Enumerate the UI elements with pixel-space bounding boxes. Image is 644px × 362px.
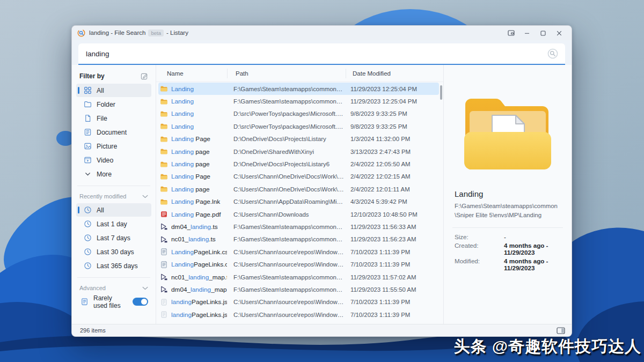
file-row[interactable]: dm04_landing.ts F:\Games\Steam\steamapps… bbox=[158, 220, 439, 233]
column-header-name[interactable]: Name bbox=[156, 70, 227, 77]
maximize-button[interactable] bbox=[535, 27, 551, 39]
beta-badge: beta bbox=[148, 29, 164, 36]
file-row[interactable] bbox=[158, 321, 439, 324]
file-row[interactable]: Landing Page D:\OneDrive\Docs\Projects\L… bbox=[158, 133, 439, 145]
row-pdf-icon bbox=[160, 210, 168, 218]
edit-filters-icon[interactable] bbox=[141, 72, 148, 80]
file-date-cell: 7/10/2023 1:11:39 PM bbox=[344, 312, 439, 318]
file-name-cell: nc01_landing_map.ts bbox=[158, 273, 227, 281]
sidebar-item-last-365-days[interactable]: Last 365 days bbox=[76, 259, 151, 272]
sidebar-divider bbox=[77, 186, 150, 186]
row-code-icon bbox=[160, 323, 168, 324]
sidebar-item-more[interactable]: More bbox=[76, 167, 151, 181]
title-bar[interactable]: landing - File Search beta - Listary bbox=[72, 26, 572, 40]
file-name-cell: Landing Page.pdf bbox=[158, 210, 227, 218]
video-icon bbox=[84, 156, 92, 164]
file-date-cell: 2/4/2022 12:05:50 AM bbox=[344, 161, 439, 167]
sidebar-item-file[interactable]: File bbox=[76, 112, 151, 125]
file-date-cell: 9/8/2023 9:33:25 PM bbox=[344, 123, 439, 130]
recently-modified-list: All Last 1 day Last 7 days Last 30 days … bbox=[75, 203, 152, 272]
vertical-scrollbar[interactable] bbox=[440, 85, 442, 100]
search-input[interactable] bbox=[85, 49, 547, 58]
preview-path: F:\Games\Steam\steamapps\common\Sniper E… bbox=[444, 202, 572, 220]
document-icon bbox=[84, 128, 92, 136]
file-path-cell: C:\Users\Chann\AppData\Roaming\Microsoft… bbox=[227, 198, 344, 205]
list-header[interactable]: Name Path Date Modified bbox=[156, 65, 443, 82]
column-header-path[interactable]: Path bbox=[227, 69, 346, 78]
file-row[interactable]: Landing F:\Games\Steam\steamapps\common\… bbox=[158, 83, 439, 95]
watermark-text: 头条 @奇趣软件技巧达人 bbox=[453, 336, 641, 358]
sidebar-item-last-7-days[interactable]: Last 7 days bbox=[76, 231, 151, 245]
file-date-cell: 11/29/2023 12:25:04 PM bbox=[344, 98, 439, 105]
file-name-cell: Landing Page.lnk bbox=[158, 198, 227, 206]
preview-divider bbox=[452, 227, 563, 228]
clock-icon bbox=[84, 206, 92, 214]
file-name-cell: Landing Page bbox=[158, 135, 227, 143]
row-folder-icon bbox=[160, 185, 168, 193]
file-row[interactable]: landingPageLinks.json C:\Users\Chann\sou… bbox=[158, 296, 439, 308]
file-path-cell: F:\Games\Steam\steamapps\common\Sniper E… bbox=[227, 98, 344, 105]
created-label: Created: bbox=[455, 242, 504, 256]
search-bar-area bbox=[72, 40, 572, 65]
file-row[interactable]: nc01_landing_map.ts F:\Games\Steam\steam… bbox=[158, 271, 439, 283]
filter-type-list: All Folder File Document Picture Video M… bbox=[75, 84, 152, 181]
row-media-icon bbox=[160, 273, 168, 281]
file-path-cell: C:\Users\Chann\source\repos\WindowsCommu… bbox=[227, 312, 344, 318]
file-icon bbox=[84, 114, 92, 122]
file-row[interactable]: LandingPageLinks.cs C:\Users\Chann\sourc… bbox=[158, 258, 439, 270]
size-value: - bbox=[504, 233, 566, 240]
sidebar-item-video[interactable]: Video bbox=[76, 153, 151, 167]
sidebar-item-last-1-day[interactable]: Last 1 day bbox=[76, 217, 151, 231]
preview-panel-toggle-icon[interactable] bbox=[557, 327, 565, 334]
search-options-icon[interactable] bbox=[547, 48, 559, 60]
file-path-cell: C:\Users\Chann\Downloads bbox=[227, 211, 344, 218]
created-value: 4 months ago - 11/29/2023 bbox=[504, 242, 566, 256]
sidebar-divider bbox=[77, 277, 150, 278]
file-path-cell: F:\Games\Steam\steamapps\common\Sniper E… bbox=[227, 236, 344, 242]
row-folder-icon bbox=[160, 147, 168, 156]
sidebar-item-all[interactable]: All bbox=[76, 203, 151, 217]
sidebar-item-folder[interactable]: Folder bbox=[76, 98, 151, 111]
file-date-cell: 11/29/2023 11:55:50 AM bbox=[344, 286, 439, 293]
file-date-cell: 7/10/2023 1:11:39 PM bbox=[344, 249, 439, 255]
search-box[interactable] bbox=[78, 43, 565, 65]
sidebar-item-document[interactable]: Document bbox=[76, 125, 151, 139]
file-row[interactable]: Landing F:\Games\Steam\steamapps\common\… bbox=[158, 95, 439, 107]
items-count: 296 items bbox=[80, 327, 106, 334]
sidebar-item-picture[interactable]: Picture bbox=[76, 139, 151, 153]
file-date-cell: 3/13/2023 2:47:43 PM bbox=[344, 149, 439, 155]
file-row[interactable]: Landing D:\src\PowerToys\packages\Micros… bbox=[158, 120, 439, 132]
file-row[interactable]: Landing Page.lnk C:\Users\Chann\AppData\… bbox=[158, 196, 439, 208]
grid-icon bbox=[84, 86, 92, 94]
row-folder-icon bbox=[160, 173, 168, 181]
file-name-cell: LandingPageLink.cs bbox=[158, 248, 227, 256]
file-name-cell: Landing page bbox=[158, 185, 227, 193]
file-row[interactable]: dm04_landing_map.ts F:\Games\Steam\steam… bbox=[158, 283, 439, 295]
chevron-down-icon[interactable] bbox=[142, 286, 148, 290]
row-media-icon bbox=[160, 235, 168, 243]
close-button[interactable] bbox=[551, 27, 567, 39]
row-folder-icon bbox=[160, 122, 168, 130]
file-row[interactable]: Landing page C:\Users\Chann\OneDrive\Doc… bbox=[158, 183, 439, 195]
sidebar-item-rarely-used-files[interactable]: Rarely used files bbox=[76, 295, 151, 308]
rarely-used-files-toggle[interactable] bbox=[133, 298, 148, 306]
chevron-down-icon[interactable] bbox=[142, 195, 148, 198]
file-row[interactable]: nc01_landing.ts F:\Games\Steam\steamapps… bbox=[158, 233, 439, 246]
minimize-button[interactable] bbox=[519, 27, 535, 39]
compact-mode-button[interactable] bbox=[503, 27, 519, 39]
file-row[interactable]: LandingPageLink.cs C:\Users\Chann\source… bbox=[158, 246, 439, 258]
listary-window: landing - File Search beta - Listary bbox=[71, 25, 572, 337]
sidebar-item-all[interactable]: All bbox=[76, 84, 151, 97]
file-date-cell: 4/3/2024 5:39:42 PM bbox=[344, 198, 439, 205]
file-row[interactable]: Landing Page C:\Users\Chann\OneDrive\Doc… bbox=[158, 171, 439, 183]
file-path-cell: C:\Users\Chann\source\repos\WindowsCommu… bbox=[227, 261, 344, 268]
column-header-date-modified[interactable]: Date Modified bbox=[346, 69, 443, 78]
file-row[interactable]: Landing D:\src\PowerToys\packages\Micros… bbox=[158, 108, 439, 120]
file-row[interactable]: Landing page D:\OneDrive\Docs\Projects\L… bbox=[158, 158, 439, 170]
file-row[interactable]: Landing page D:\OneDrive\SharedWithXinyi… bbox=[158, 145, 439, 158]
sidebar-item-last-30-days[interactable]: Last 30 days bbox=[76, 245, 151, 258]
file-row[interactable]: Landing Page.pdf C:\Users\Chann\Download… bbox=[158, 208, 439, 220]
file-row[interactable]: landingPageLinks.json C:\Users\Chann\sou… bbox=[158, 308, 439, 321]
file-name-cell: Landing bbox=[158, 110, 227, 118]
file-name-cell: nc01_landing.ts bbox=[158, 235, 227, 243]
